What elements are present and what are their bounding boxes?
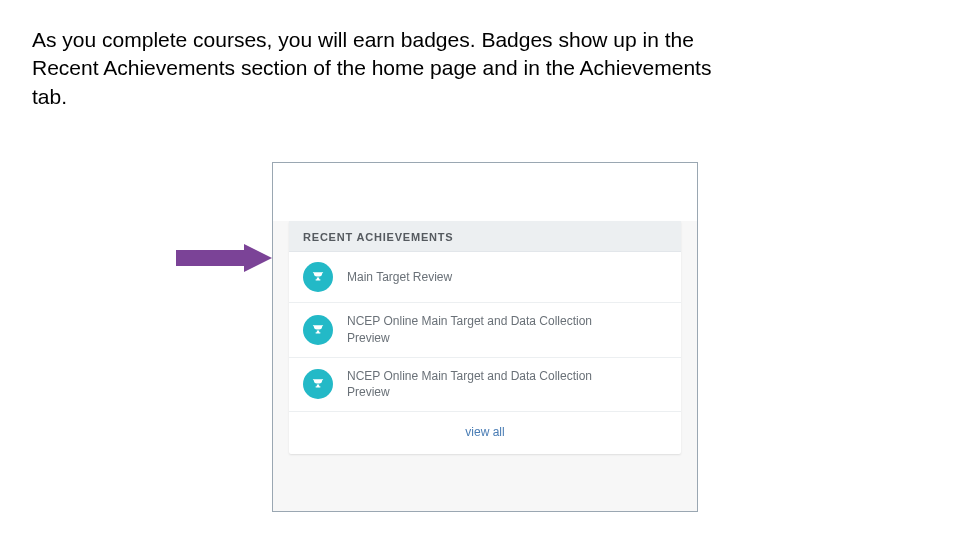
achievement-row: Main Target Review [289, 252, 681, 303]
recent-achievements-panel: RECENT ACHIEVEMENTS Main Target Review N… [289, 221, 681, 454]
achievement-title: NCEP Online Main Target and Data Collect… [347, 313, 607, 347]
arrow-shaft [176, 250, 244, 266]
achievement-row: NCEP Online Main Target and Data Collect… [289, 358, 681, 413]
embed-whitespace [273, 163, 697, 221]
achievement-title: NCEP Online Main Target and Data Collect… [347, 368, 607, 402]
trophy-icon [303, 262, 333, 292]
instruction-text: As you complete courses, you will earn b… [32, 26, 752, 111]
callout-arrow [176, 244, 272, 272]
view-all-link[interactable]: view all [465, 425, 504, 439]
screenshot-embed: RECENT ACHIEVEMENTS Main Target Review N… [272, 162, 698, 512]
trophy-icon [303, 369, 333, 399]
panel-header: RECENT ACHIEVEMENTS [289, 221, 681, 252]
view-all-container: view all [289, 412, 681, 454]
achievement-row: NCEP Online Main Target and Data Collect… [289, 303, 681, 358]
trophy-icon [303, 315, 333, 345]
arrow-head-icon [244, 244, 272, 272]
achievement-title: Main Target Review [347, 269, 452, 286]
